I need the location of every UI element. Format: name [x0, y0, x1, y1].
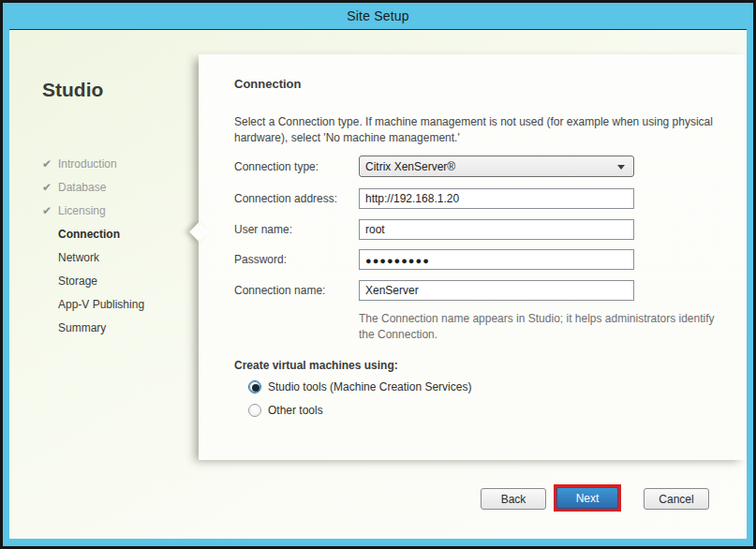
connection-name-label: Connection name:: [234, 284, 325, 297]
connection-name-hint: The Connection name appears in Studio; i…: [359, 311, 720, 343]
password-input[interactable]: [359, 249, 634, 270]
user-name-input[interactable]: [359, 219, 634, 240]
user-name-label: User name:: [234, 223, 292, 236]
radio-label: Studio tools (Machine Creation Services): [268, 380, 471, 393]
intro-text: Select a Connection type. If machine man…: [234, 114, 716, 146]
wizard-dialog: Studio ✔ Introduction ✔ Database ✔ Licen…: [9, 29, 747, 539]
connection-name-input[interactable]: [359, 280, 634, 301]
window-title: Site Setup: [347, 8, 409, 23]
page-title: Connection: [234, 77, 302, 91]
connection-type-value: Citrix XenServer®: [365, 160, 455, 173]
radio-label: Other tools: [268, 404, 323, 417]
next-button-highlight: Next: [554, 484, 621, 512]
radio-unselected-icon[interactable]: [248, 404, 261, 417]
title-bar[interactable]: Site Setup: [3, 3, 753, 29]
password-label: Password:: [234, 253, 287, 266]
create-vm-label: Create virtual machines using:: [234, 359, 398, 372]
connection-type-label: Connection type:: [234, 160, 319, 173]
next-button[interactable]: Next: [556, 487, 618, 509]
back-button[interactable]: Back: [481, 488, 546, 510]
connection-address-input[interactable]: [359, 188, 634, 209]
radio-selected-icon[interactable]: [248, 380, 261, 393]
connection-address-label: Connection address:: [234, 192, 337, 205]
connection-type-dropdown[interactable]: Citrix XenServer®: [359, 156, 634, 177]
radio-other-tools[interactable]: Other tools: [248, 404, 323, 417]
radio-studio-tools[interactable]: Studio tools (Machine Creation Services): [248, 380, 471, 393]
cancel-button[interactable]: Cancel: [644, 488, 709, 510]
site-setup-window: Site Setup Studio ✔ Introduction ✔ Datab…: [0, 0, 756, 549]
chevron-down-icon: [617, 165, 625, 170]
